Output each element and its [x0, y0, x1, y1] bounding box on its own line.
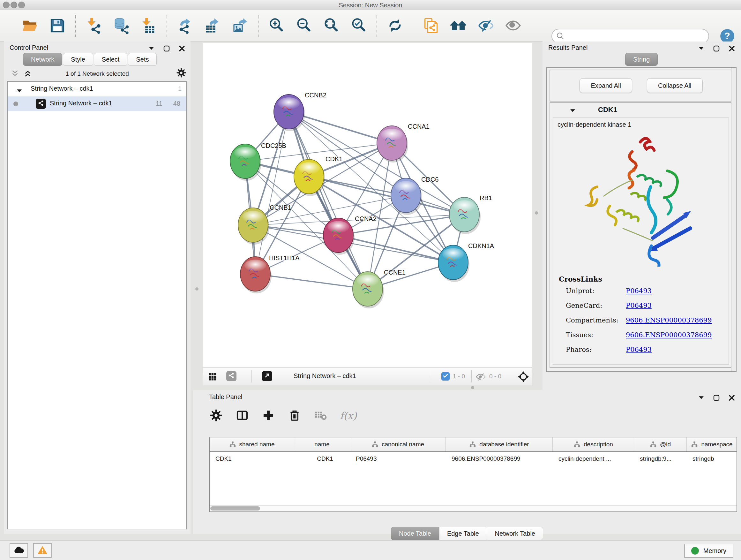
- import-network-from-database-button[interactable]: [112, 17, 130, 35]
- crosslink-label: Compartments:: [566, 316, 618, 324]
- table-cell[interactable]: stringdb:9...: [634, 452, 687, 465]
- network-edge[interactable]: [338, 235, 453, 262]
- refresh-view-button[interactable]: [386, 17, 404, 35]
- manage-columns-icon[interactable]: [235, 409, 249, 423]
- delete-column-icon[interactable]: [287, 409, 301, 423]
- tab-network-table[interactable]: Network Table: [487, 527, 543, 540]
- table-cell[interactable]: 9606.ENSP00000378699: [446, 452, 553, 465]
- open-in-new-window-icon[interactable]: [262, 371, 272, 381]
- close-panel-icon[interactable]: [728, 45, 736, 53]
- export-network-button[interactable]: [176, 17, 194, 35]
- zoom-fit-button[interactable]: [322, 17, 340, 35]
- hide-selected-button[interactable]: [477, 17, 495, 35]
- column-header--id[interactable]: @id: [634, 437, 687, 451]
- network-node-CCNE1[interactable]: CCNE1: [353, 269, 406, 308]
- tab-sets[interactable]: Sets: [128, 53, 157, 66]
- bottom-splitter-handle[interactable]: [471, 386, 474, 389]
- network-row-selected[interactable]: String Network – cdk1 11 48: [8, 97, 186, 111]
- memory-button[interactable]: Memory: [684, 544, 733, 558]
- crosslink-link[interactable]: P06493: [626, 302, 652, 309]
- function-builder-button[interactable]: f(x): [340, 410, 357, 422]
- right-splitter-handle[interactable]: [535, 211, 538, 214]
- network-edge[interactable]: [289, 112, 367, 289]
- tab-network[interactable]: Network: [23, 53, 62, 66]
- network-view-canvas[interactable]: CCNB2CCNA1CDC25BCDK1CDC6RB1CCNB1CCNA2CDK…: [203, 43, 532, 368]
- table-cell[interactable]: CDK1: [294, 452, 350, 465]
- import-network-from-file-button[interactable]: [85, 17, 103, 35]
- table-settings-gear-icon[interactable]: [209, 409, 223, 423]
- tab-string[interactable]: String: [625, 53, 658, 66]
- show-overview-button[interactable]: [504, 17, 522, 35]
- node-details-header[interactable]: CDK1: [550, 103, 732, 118]
- panel-menu-icon[interactable]: [697, 394, 705, 402]
- clone-network-button[interactable]: [422, 17, 440, 35]
- close-panel-icon[interactable]: [178, 45, 186, 53]
- grid-view-icon[interactable]: [208, 372, 217, 381]
- table-cell[interactable]: cyclin-dependent ...: [553, 452, 634, 465]
- open-session-button[interactable]: [21, 17, 39, 35]
- tab-node-table[interactable]: Node Table: [391, 527, 439, 540]
- save-session-button[interactable]: [49, 17, 66, 35]
- network-collection-row[interactable]: String Network – cdk1 1: [8, 82, 186, 97]
- entry-expander-icon[interactable]: [570, 108, 576, 112]
- table-cell[interactable]: stringdb: [687, 452, 737, 465]
- table-cell[interactable]: CDK1: [210, 452, 294, 465]
- collapse-all-button[interactable]: Collapse All: [647, 78, 703, 93]
- crosslink-link[interactable]: 9606.ENSP00000378699: [626, 316, 712, 324]
- network-node-CCNA1[interactable]: CCNA1: [377, 123, 429, 163]
- warnings-button[interactable]: [33, 543, 52, 558]
- column-header-name[interactable]: name: [294, 437, 350, 451]
- import-table-from-file-button[interactable]: [140, 17, 158, 35]
- zoom-in-button[interactable]: [267, 17, 285, 35]
- table-row[interactable]: CDK1CDK1P064939606.ENSP00000378699cyclin…: [210, 452, 737, 465]
- export-table-button[interactable]: [204, 17, 221, 35]
- crosslink-link[interactable]: P06493: [626, 287, 652, 295]
- network-node-CDK1[interactable]: CDK1: [294, 155, 342, 196]
- panel-menu-icon[interactable]: [697, 45, 705, 53]
- network-node-CCNB1[interactable]: CCNB1: [238, 204, 291, 245]
- network-node-HIST1H1A[interactable]: HIST1H1A: [240, 254, 300, 294]
- zoom-out-button[interactable]: [295, 17, 313, 35]
- expand-all-button[interactable]: Expand All: [580, 78, 632, 93]
- export-image-button[interactable]: [231, 17, 249, 35]
- column-header-shared-name[interactable]: shared name: [210, 437, 294, 451]
- column-header-description[interactable]: description: [553, 437, 634, 451]
- close-panel-icon[interactable]: [728, 394, 736, 402]
- column-header-namespace[interactable]: namespace: [687, 437, 737, 451]
- network-edge[interactable]: [255, 274, 367, 289]
- show-all-networks-button[interactable]: [449, 17, 467, 35]
- collection-count: 1: [178, 85, 182, 92]
- float-panel-icon[interactable]: [162, 45, 171, 53]
- float-panel-icon[interactable]: [712, 394, 721, 402]
- left-splitter-handle[interactable]: [195, 287, 199, 291]
- crosslink-link[interactable]: 9606.ENSP00000378699: [626, 331, 712, 339]
- network-node-RB1[interactable]: RB1: [449, 194, 492, 234]
- birds-eye-view-icon[interactable]: [226, 371, 237, 381]
- network-node-CDKN1A[interactable]: CDKN1A: [438, 242, 494, 282]
- float-panel-icon[interactable]: [712, 45, 721, 53]
- fit-selected-crosshair-icon[interactable]: [518, 371, 529, 382]
- panel-menu-icon[interactable]: [147, 45, 155, 53]
- add-column-icon[interactable]: [261, 409, 275, 423]
- zoom-selected-button[interactable]: [350, 17, 367, 35]
- tab-select[interactable]: Select: [94, 53, 128, 66]
- delete-table-icon[interactable]: [314, 409, 328, 423]
- network-node-CCNA2[interactable]: CCNA2: [323, 215, 377, 255]
- crosslink-link[interactable]: P06493: [626, 346, 652, 354]
- tab-style[interactable]: Style: [63, 53, 93, 66]
- cloud-status-button[interactable]: [10, 543, 28, 558]
- hidden-count: 0 - 0: [489, 373, 501, 380]
- hidden-items-icon[interactable]: [475, 372, 486, 382]
- collection-expander-icon[interactable]: [17, 87, 22, 91]
- network-node-CCNB2[interactable]: CCNB2: [274, 91, 327, 131]
- network-options-gear-icon[interactable]: [177, 69, 185, 77]
- tab-edge-table[interactable]: Edge Table: [439, 527, 487, 540]
- selected-items-checkbox[interactable]: [441, 372, 450, 381]
- network-edge[interactable]: [255, 112, 289, 274]
- column-header-canonical-name[interactable]: canonical name: [350, 437, 446, 451]
- results-scrollbar[interactable]: [731, 68, 736, 371]
- table-cell[interactable]: P06493: [350, 452, 446, 465]
- network-list-toolbar: 1 of 1 Network selected: [4, 68, 191, 81]
- scrollbar-thumb[interactable]: [210, 506, 260, 510]
- column-header-database-identifier[interactable]: database identifier: [446, 437, 553, 451]
